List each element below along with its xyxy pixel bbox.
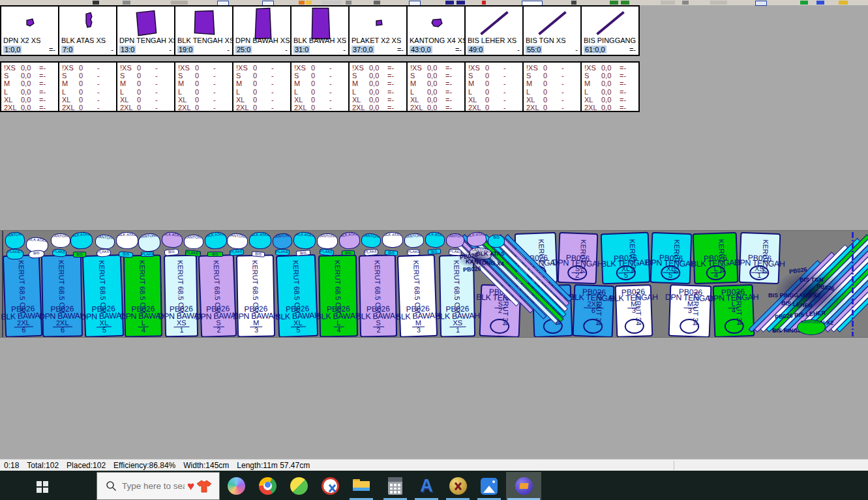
taskbar-icon-cutter[interactable]	[316, 472, 344, 500]
size-table-cell[interactable]: !XS0-S0-M0-L0-XL0-2XL0-	[174, 61, 233, 112]
size-table-cell[interactable]: !XS0-S0-M0-L0-XL0-2XL0-	[232, 61, 292, 112]
small-piece[interactable]: PLAKET	[141, 252, 154, 257]
small-piece[interactable]: PLAKET	[407, 249, 420, 256]
marker-piece[interactable]: KERUT 68.5 CMPB026BLK BAWAHM3	[397, 254, 438, 338]
marker-piece[interactable]: KERUT 68.5 CMPB026BLK BAWAH2XL6	[3, 254, 42, 338]
small-piece[interactable]: BLK ATAS	[382, 232, 403, 248]
start-button[interactable]	[31, 476, 53, 498]
small-piece[interactable]: KANTONG	[272, 233, 293, 250]
piece-thumbnail-cell[interactable]: DPN TENGAH XS13:0-	[116, 5, 175, 56]
size-tail: =-	[387, 72, 394, 80]
small-piece[interactable]: KANTONG	[95, 234, 115, 250]
marker-piece[interactable]: KERUT 34PB026BLK TENGAH2XL6	[573, 284, 615, 338]
size-table-cell[interactable]: !XS0,0=-S0,0=-M0,0=-L0,0=-XL0,0=-2XL0,0=…	[580, 61, 640, 112]
taskbar-icon-gold-scissors[interactable]	[443, 472, 472, 500]
taskbar-icon-corel[interactable]	[284, 472, 313, 500]
small-piece[interactable]: PLAKET	[320, 248, 335, 256]
small-piece[interactable]: BLK ATAS	[161, 231, 183, 249]
taskbar-icon-chrome[interactable]	[253, 472, 282, 500]
size-table-cell[interactable]: !XS0,0=-S0,0=-M0,0=-L0,0=-XL0,0=-2XL0,0=…	[406, 61, 466, 112]
taskbar-icon-copilot[interactable]	[222, 472, 250, 500]
marker-piece[interactable]: KERUT 68.5 CMPB026DPN BAWAHXS1	[164, 255, 198, 338]
small-piece[interactable]: BLK ATAS	[338, 231, 361, 250]
small-piece[interactable]: BLK ATAS	[70, 231, 93, 250]
small-piece[interactable]: BIS	[207, 252, 223, 257]
size-tail: =-	[620, 64, 626, 72]
marker-piece[interactable]: KERUT 68.5 CMPB026DPN BAWAHL4	[123, 255, 162, 338]
size-table-cell[interactable]: !XS0-S0-M0-L0-XL0-2XL0-	[58, 61, 117, 112]
piece-thumbnail-cell[interactable]: BIS LEHER XS49:0-	[464, 5, 524, 56]
search-highlight[interactable]: ♥	[187, 479, 213, 493]
piece-thumbnail-cell[interactable]: BLK BAWAH XS31:0-	[290, 5, 350, 56]
small-piece[interactable]: KANTONG	[51, 233, 70, 248]
marker-piece[interactable]: KERUT 68.5 CMPB026DPN BAWAHXL5	[82, 254, 124, 338]
small-piece[interactable]: BIS	[428, 248, 441, 255]
small-piece[interactable]: KANTONG	[5, 231, 25, 250]
size-value: 0	[195, 72, 213, 80]
marker-piece[interactable]: KERUT 68.5 CMPB026BLK BAWAHXL5	[276, 254, 318, 338]
piece-thumbnail-cell[interactable]: DPN X2 XS1:0,0=-	[0, 5, 59, 56]
toolbar-strip[interactable]	[0, 0, 868, 5]
small-piece[interactable]: KANTONG	[226, 233, 248, 250]
marker-piece[interactable]: KERUT 34PB026DPN TENGAHXL5	[650, 232, 693, 284]
marker-piece[interactable]: KERUT 68.5 CMPB026DPN BAWAHS2	[198, 254, 237, 338]
piece-notch	[706, 265, 726, 280]
marker-piece[interactable]: KERUT 34PB026DPN TENGAHM3	[668, 284, 712, 338]
size-table-cell[interactable]: !XS0,0=-S0,0=-M0,0=-L0,0=-XL0,0=-2XL0,0=…	[348, 61, 408, 112]
marker-piece[interactable]: KERUT 34PB026BLK TENGAHL4	[693, 232, 739, 284]
size-table-cell[interactable]: !XS0-S0-M0-L0-XL0-2XL0-	[290, 61, 350, 112]
size-table-cell[interactable]: !XS0,0=-S0,0=-M0,0=-L0,0=-XL0,0=-2XL0,0=…	[0, 61, 59, 112]
folder-front	[353, 488, 370, 491]
piece-thumbnail-cell[interactable]: BIS PINGGANG X2 XS61:0,0=-	[580, 5, 640, 56]
marker-piece[interactable]: KERUT 34PB026BLK TENGAHXL5	[601, 232, 651, 285]
search-input[interactable]	[121, 480, 186, 492]
small-piece[interactable]: BLK ATAS	[249, 232, 271, 249]
piece-thumbnail-cell[interactable]: PLAKET X2 XS37:0,0=-	[348, 5, 408, 56]
small-piece[interactable]: KANTONG	[317, 233, 338, 249]
small-piece[interactable]: BLK ATAS	[204, 231, 228, 250]
marker-piece[interactable]: KERUT 34PB026BLK TENGAHM3	[615, 284, 653, 338]
size-label: 2XL	[236, 104, 253, 111]
small-piece[interactable]: KANTONG	[361, 233, 382, 249]
piece-code-tail: =-	[455, 46, 462, 53]
small-piece[interactable]: BIS	[342, 250, 355, 256]
piece-thumbnail-cell[interactable]: BLK TENGAH XS19:0-	[174, 5, 233, 56]
small-piece[interactable]: BIS	[73, 252, 86, 257]
taskbar-icon-explorer[interactable]	[347, 472, 376, 500]
marker-piece[interactable]: KERUT 34PB026DPN TENGAHXS1	[739, 232, 781, 284]
piece-thumbnail-cell[interactable]: DPN BAWAH XS25:0-	[232, 5, 292, 56]
size-table-cell[interactable]: !XS0-S0-M0-L0-XL0-2XL0-	[116, 61, 175, 112]
piece-thumbnail-cell[interactable]: BIS TGN XS55:0-	[522, 5, 582, 56]
marker-piece[interactable]: KERUT 68.5 CMPB026DPN BAWAHM3	[236, 255, 275, 338]
size-table-cell[interactable]: !XS0-S0-M0-L0-XL0-2XL0-	[464, 61, 524, 112]
piece-thumbnail-cell[interactable]: BLK ATAS XS7:0-	[58, 5, 117, 56]
small-piece[interactable]: KANTONG	[404, 233, 425, 249]
taskbar-icon-marker-app[interactable]	[506, 472, 541, 500]
size-label: S	[236, 72, 253, 80]
marker-canvas[interactable]: KERUT 68.5 CMPB026BLK BAWAH2XL6KERUT 68.…	[0, 230, 868, 338]
piece-thumbnail-cell[interactable]: KANTONG X4 XS43:0,0=-	[406, 5, 466, 56]
file-explorer-icon	[353, 479, 370, 493]
marker-piece[interactable]: KERUT 68.5 CMPB026BLK BAWAHL4	[318, 254, 358, 337]
size-table-cell[interactable]: !XS0-S0-M0-L0-XL0-2XL0-	[522, 61, 582, 112]
marker-piece[interactable]: KERUT 34PB026DPN TENGAHS2	[558, 232, 599, 284]
marker-piece[interactable]: KERUT 68.5 CMPB026BLK BAWAHS2	[359, 255, 397, 338]
small-piece[interactable]: KANTONG	[184, 235, 203, 249]
small-piece[interactable]: BIS	[252, 251, 265, 257]
small-piece[interactable]: BLK ATAS	[425, 231, 445, 249]
small-piece[interactable]: BIS	[385, 250, 398, 256]
taskbar-icon-calculator[interactable]	[381, 472, 410, 500]
taskbar-search[interactable]: ♥	[97, 472, 220, 500]
size-value: 0	[137, 64, 155, 72]
small-piece[interactable]: PLAKET	[275, 249, 290, 256]
small-piece[interactable]: BLK ATAS	[116, 232, 138, 249]
small-piece[interactable]: KANTONG	[446, 233, 464, 248]
small-piece[interactable]: BIS	[488, 235, 505, 248]
small-piece[interactable]: PLAKET	[7, 249, 23, 259]
small-piece[interactable]: BLK ATAS	[293, 231, 316, 250]
small-piece[interactable]: KANTONG	[797, 319, 826, 335]
taskbar-icon-letter-a[interactable]: A	[412, 472, 441, 500]
taskbar-icon-photos[interactable]	[475, 472, 503, 500]
small-piece[interactable]: KANTONG	[138, 233, 161, 253]
marker-piece[interactable]: KERUT 68.5 CMPB026DPN BAWAH2XL6	[41, 254, 83, 337]
